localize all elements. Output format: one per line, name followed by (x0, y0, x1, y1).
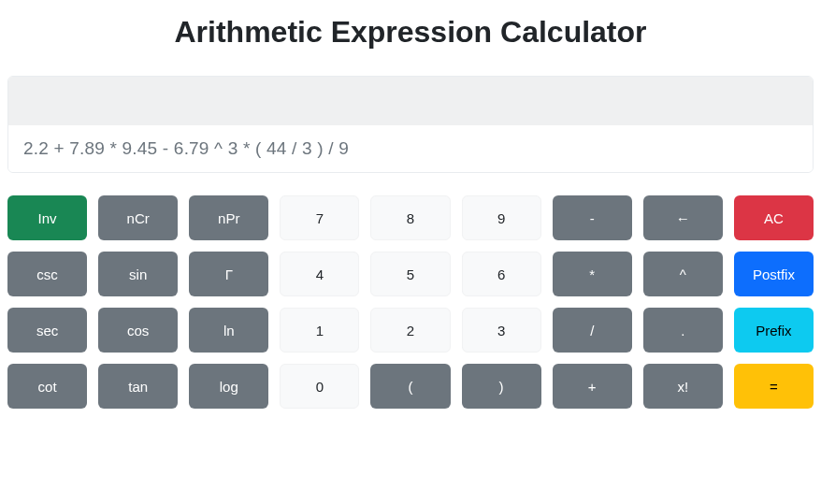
page-title: Arithmetic Expression Calculator (7, 15, 814, 50)
digit-8-button[interactable]: 8 (370, 195, 450, 240)
expression-display: 2.2 + 7.89 * 9.45 - 6.79 ^ 3 * ( 44 / 3 … (8, 125, 813, 172)
digit-7-button[interactable]: 7 (280, 195, 359, 240)
gamma-button[interactable]: Γ (189, 252, 268, 296)
sec-button[interactable]: sec (7, 308, 87, 353)
digit-4-button[interactable]: 4 (280, 252, 359, 296)
ncr-button[interactable]: nCr (98, 195, 178, 240)
log-button[interactable]: log (189, 364, 268, 409)
minus-button[interactable]: - (553, 195, 632, 240)
factorial-button[interactable]: x! (643, 364, 723, 409)
digit-9-button[interactable]: 9 (462, 195, 541, 240)
csc-button[interactable]: csc (7, 252, 87, 296)
keypad: Inv nCr nPr 7 8 9 - ← AC csc sin Γ 4 5 6… (7, 195, 814, 409)
backspace-button[interactable]: ← (643, 195, 723, 240)
cos-button[interactable]: cos (98, 308, 178, 353)
digit-2-button[interactable]: 2 (370, 308, 450, 353)
dot-button[interactable]: . (643, 308, 723, 353)
digit-1-button[interactable]: 1 (280, 308, 359, 353)
calculator-display: 2.2 + 7.89 * 9.45 - 6.79 ^ 3 * ( 44 / 3 … (7, 76, 814, 173)
plus-button[interactable]: + (553, 364, 632, 409)
result-display (8, 77, 813, 125)
inv-button[interactable]: Inv (7, 195, 87, 240)
digit-6-button[interactable]: 6 (462, 252, 541, 296)
power-button[interactable]: ^ (643, 252, 723, 296)
sin-button[interactable]: sin (98, 252, 178, 296)
divide-button[interactable]: / (553, 308, 632, 353)
ln-button[interactable]: ln (189, 308, 268, 353)
equals-button[interactable]: = (734, 364, 814, 409)
cot-button[interactable]: cot (7, 364, 87, 409)
digit-5-button[interactable]: 5 (370, 252, 450, 296)
left-paren-button[interactable]: ( (370, 364, 450, 409)
tan-button[interactable]: tan (98, 364, 178, 409)
npr-button[interactable]: nPr (189, 195, 268, 240)
multiply-button[interactable]: * (553, 252, 632, 296)
all-clear-button[interactable]: AC (734, 195, 814, 240)
prefix-button[interactable]: Prefix (734, 308, 814, 353)
right-paren-button[interactable]: ) (462, 364, 541, 409)
digit-3-button[interactable]: 3 (462, 308, 541, 353)
digit-0-button[interactable]: 0 (280, 364, 359, 409)
postfix-button[interactable]: Postfix (734, 252, 814, 296)
